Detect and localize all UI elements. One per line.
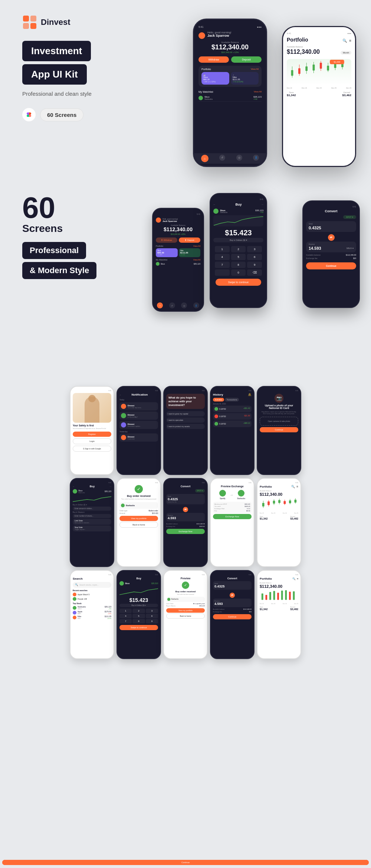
svg-rect-7 [298, 68, 301, 74]
phone-extra-1: 9:41 Buy Sbux $35,523 $15.423 Buy in Dol… [116, 570, 161, 659]
change-1: $10,340.00 +12% [198, 51, 262, 53]
svg-rect-11 [313, 65, 315, 71]
svg-rect-1 [30, 16, 36, 22]
hero-subtitle: Professional and clean style [22, 91, 92, 97]
svg-rect-0 [23, 16, 29, 22]
phone-mockup-1: 9:41 ●●● Hello, good morning! Jack Sparr… [193, 19, 267, 167]
phone-search: 9:41 Search 🔍 Search stocks, crypto... R… [70, 570, 114, 659]
balance-1: $112,340.00 [198, 43, 262, 51]
stock-cards: ☕ Sbux $80.30 +180 (+1.32%) ✓ Nike $111.… [201, 72, 259, 85]
buy-amount: $15.423 [213, 229, 263, 237]
svg-rect-42 [285, 590, 287, 600]
phone-screen-1: 9:41 ●●● Hello, good morning! Jack Sparr… [194, 20, 266, 166]
screen-greeting: Hello, good morning! [207, 31, 232, 34]
phone-upload-id: 9:41 📷 Upload a photo of your National I… [257, 386, 301, 475]
nav-home: ⌂ [201, 155, 209, 162]
svg-rect-36 [262, 593, 263, 600]
phone-buy: 9:41 ← Buy ··· Sbux Starbucks $ [210, 193, 267, 308]
dinvest-logo-icon [22, 15, 37, 30]
phone-extra-2: 9:41 Preview ✓ Buy order received Your o… [163, 570, 208, 659]
svg-rect-25 [267, 501, 270, 505]
phone-mini-1: 9:41 Hello, good morning! Jack Sparrow A… [152, 208, 204, 312]
convert-title: Convert [306, 209, 356, 213]
svg-rect-3 [30, 23, 36, 29]
svg-rect-5 [291, 70, 293, 76]
badge-modern: & Modern Style [22, 262, 96, 279]
phones-row-2: 9:41 ← Buy ··· Sbux Starbucks $35,123 [7, 478, 364, 567]
phone-notification: 9:41 ← Notification Today Dinvest Your o… [116, 386, 161, 475]
svg-text:$1,000: $1,000 [334, 61, 340, 63]
phone-buy-order: 9:41 ✓ Buy order received Your order has… [116, 478, 161, 567]
brand-name: Dinvest [41, 17, 70, 27]
phone-extra-3: 9:41 Convert Send 0.4325 ⇄ Receive 4.593… [210, 570, 255, 659]
svg-rect-35 [294, 499, 296, 502]
stats-row: Save $1,342 Earned $3,462 [287, 91, 351, 97]
stock-card-2: ✓ Nike $111.05 +7.6 (0.52%) [231, 72, 259, 85]
swipe-btn: Swipe to continue [216, 279, 261, 286]
svg-rect-29 [278, 500, 280, 503]
svg-rect-44 [293, 591, 295, 600]
phone-mockup-2: 9:41 ●●● Portfolio 🔍 ≡ Available Balance… [282, 26, 356, 167]
middle-section: 60 Screens Professional & Modern Style 9… [0, 178, 371, 371]
badge-professional: Professional [22, 242, 86, 259]
svg-rect-31 [284, 501, 286, 504]
status-bar-1: 9:41 ●●● [198, 26, 262, 28]
phone-notch-2 [308, 27, 330, 32]
deposit-btn: Deposit [231, 56, 262, 63]
portfolio-balance-2: $112,340.00 [287, 49, 320, 55]
nav-bar-1: ⌂ ↺ ◎ 👤 [194, 153, 266, 164]
portfolio-section: Portfolio View All ☕ Sbux $80.30 +180 (+… [198, 66, 262, 87]
phone-hope: 9:41 What do you hope to achieve with yo… [163, 386, 208, 475]
screen-name: Jack Sparrow [207, 34, 232, 37]
numpad: 1 2 3 4 5 6 7 8 9 0 ⌫ [213, 245, 263, 277]
screen1-content: 9:41 ●●● Hello, good morning! Jack Sparr… [194, 20, 266, 166]
svg-rect-40 [277, 593, 279, 600]
phones-row-1: 9:41 Your Safety is first Your Investmen… [7, 386, 364, 475]
action-buttons: Withdraw Deposit [198, 56, 262, 63]
badge-investment: Investment [22, 41, 91, 61]
svg-rect-33 [289, 500, 291, 503]
phone-preview-exchange: 9:41 Preview Exchange Spotify → Starbuck… [210, 478, 255, 567]
svg-rect-41 [281, 591, 283, 600]
middle-phones-cluster: 9:41 Hello, good morning! Jack Sparrow A… [152, 186, 360, 371]
svg-rect-15 [327, 66, 329, 71]
watchlist-header: My Watchlist View All [198, 91, 262, 93]
hero-left-content: Investment App UI Kit Professional and c… [22, 41, 92, 121]
phone-safety: 9:41 Your Safety is first Your Investmen… [70, 386, 114, 475]
screen2-content: 9:41 ●●● Portfolio 🔍 ≡ Available Balance… [283, 27, 355, 166]
bottom-section: 9:41 Your Safety is first Your Investmen… [0, 371, 371, 742]
phone-screen-2: 9:41 ●●● Portfolio 🔍 ≡ Available Balance… [283, 27, 355, 166]
buy-screen-title: Buy [235, 203, 242, 206]
phone-portfolio-2: 9:41 Portfolio 🔍 ≡ Available Balance $11… [257, 478, 301, 567]
svg-rect-13 [320, 63, 322, 69]
svg-rect-9 [305, 66, 308, 71]
watchlist-item-1: Sbux Starbucks $35,123 +%6 [198, 95, 262, 102]
hero-section: Dinvest Investment App UI Kit Profession… [0, 0, 371, 178]
svg-rect-2 [23, 23, 29, 29]
history-title: History [213, 393, 223, 396]
figma-icon [22, 108, 36, 121]
phone-convert: 9:41 Convert SPOT ▾ Send 0.4325 ⇄ Receiv… [302, 200, 360, 308]
hero-phones: 9:41 ●●● Hello, good morning! Jack Sparr… [186, 7, 364, 171]
svg-rect-37 [265, 595, 267, 600]
svg-rect-39 [273, 591, 275, 600]
phone-extra-4: 9:41 Portfolio 🔍 ≡ Available Balance $11… [257, 570, 301, 659]
svg-rect-27 [273, 501, 275, 504]
phone-convert-2: 9:41 Convert SPOT ▾ Send 0.4325 Select t… [163, 478, 208, 567]
phones-row-3: 9:41 Search 🔍 Search stocks, crypto... R… [7, 570, 364, 659]
badge-appuikit: App UI Kit [22, 64, 87, 85]
withdraw-btn: Withdraw [198, 56, 229, 63]
phone-buy-2: 9:41 ← Buy ··· Sbux Starbucks $35,123 [70, 478, 114, 567]
screens-count-badge: 60 Screens [40, 108, 83, 121]
svg-rect-43 [289, 592, 291, 600]
svg-rect-38 [269, 592, 271, 600]
stock-card-1: ☕ Sbux $80.30 +180 (+1.32%) [201, 72, 229, 85]
watchlist-section: My Watchlist View All Sbux Starbucks [198, 89, 262, 103]
continue-btn: Continue [306, 262, 356, 269]
screens-badge: 60 Screens [22, 108, 92, 121]
portfolio-header: Portfolio View All [201, 68, 259, 71]
phone-history: 9:41 History 🔔 Activities Transactions J… [210, 386, 255, 475]
svg-rect-23 [262, 503, 265, 507]
phone-notch-1 [219, 20, 241, 24]
portfolio-title-2: Portfolio [287, 37, 308, 43]
